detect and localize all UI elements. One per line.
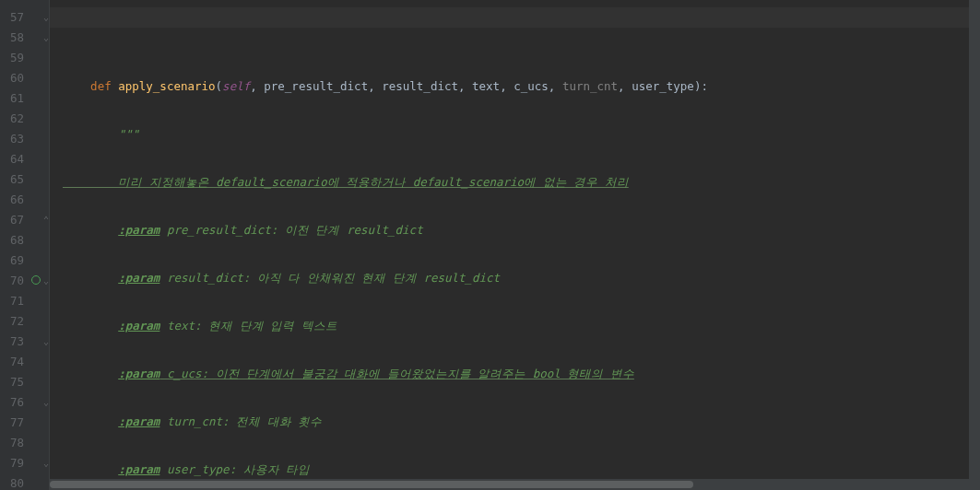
fold-handle[interactable] — [42, 291, 50, 311]
line-number: 63 — [0, 129, 26, 149]
fold-handle[interactable] — [42, 230, 50, 251]
line-number: 80 — [0, 473, 26, 490]
code-line[interactable]: :param user_type: 사용자 타입 — [63, 460, 980, 480]
gutter-marker — [30, 473, 42, 490]
gutter-marker — [30, 129, 42, 149]
fold-handle[interactable] — [42, 372, 50, 392]
gutter-marker — [30, 28, 42, 48]
fold-handle[interactable] — [42, 413, 50, 433]
caret-line — [50, 7, 969, 28]
line-number: 61 — [0, 88, 26, 109]
line-number: 73 — [0, 332, 26, 352]
line-number: 70 — [0, 271, 26, 291]
fold-handle[interactable] — [42, 169, 50, 190]
fold-handle[interactable] — [42, 473, 50, 490]
code-line[interactable]: :param turn_cnt: 전체 대화 횟수 — [63, 412, 980, 432]
line-number: 60 — [0, 68, 26, 88]
fold-handle[interactable] — [42, 433, 50, 453]
fold-handle[interactable]: ⌄ — [42, 271, 50, 291]
gutter-marker — [30, 210, 42, 230]
line-number: 77 — [0, 413, 26, 433]
fold-handle[interactable]: ⌄ — [42, 28, 50, 48]
fold-handle[interactable] — [42, 88, 50, 109]
line-number: 74 — [0, 352, 26, 372]
gutter-marker — [30, 413, 42, 433]
line-number: 58 — [0, 28, 26, 48]
fold-handle[interactable] — [42, 109, 50, 129]
line-number: 78 — [0, 433, 26, 453]
line-number: 76 — [0, 392, 26, 413]
gutter-marker — [30, 190, 42, 210]
gutter-marker — [30, 251, 42, 271]
fold-handle[interactable] — [42, 149, 50, 169]
line-numbers: 5758596061626364656667686970717273747576… — [0, 7, 26, 490]
gutter: 5758596061626364656667686970717273747576… — [0, 0, 50, 490]
line-number: 67 — [0, 210, 26, 230]
code-line[interactable]: :param pre_result_dict: 이전 단계 result_dic… — [63, 220, 980, 240]
line-number: 69 — [0, 251, 26, 271]
gutter-marker — [30, 453, 42, 473]
fold-handle[interactable] — [42, 190, 50, 210]
code-line[interactable]: 미리 지정해놓은 default_scenario에 적용하거나 default… — [63, 172, 980, 192]
fold-handle[interactable] — [42, 352, 50, 372]
gutter-marker — [30, 149, 42, 169]
gutter-marker — [30, 169, 42, 190]
error-stripe[interactable] — [969, 0, 980, 490]
code-line[interactable]: :param c_ucs: 이전 단계에서 불궁감 대화에 들어왔었는지를 알려… — [63, 364, 980, 384]
code-line[interactable]: :param result_dict: 아직 다 안채워진 현재 단계 resu… — [63, 268, 980, 288]
gutter-marker — [30, 48, 42, 68]
run-marker-icon[interactable] — [31, 275, 41, 285]
horizontal-scrollbar[interactable] — [50, 479, 969, 490]
code-area[interactable]: def apply_scenario(self, pre_result_dict… — [50, 0, 980, 490]
gutter-marker — [30, 352, 42, 372]
gutter-marker — [30, 291, 42, 311]
line-number: 57 — [0, 7, 26, 28]
gutter-marker — [30, 311, 42, 332]
scrollbar-thumb[interactable] — [50, 481, 693, 488]
code-line[interactable]: :param text: 현재 단계 입력 텍스트 — [63, 316, 980, 336]
line-number: 66 — [0, 190, 26, 210]
line-number: 71 — [0, 291, 26, 311]
fold-handle[interactable]: ⌃ — [42, 210, 50, 230]
fold-handle[interactable] — [42, 311, 50, 332]
line-number: 59 — [0, 48, 26, 68]
code-line[interactable]: def apply_scenario(self, pre_result_dict… — [63, 76, 980, 97]
line-number: 79 — [0, 453, 26, 473]
code-editor[interactable]: 5758596061626364656667686970717273747576… — [0, 0, 980, 490]
fold-handle[interactable]: ⌄ — [42, 392, 50, 413]
gutter-marker — [30, 7, 42, 28]
gutter-marker — [30, 392, 42, 413]
marker-column — [30, 7, 42, 490]
gutter-marker — [30, 230, 42, 251]
gutter-marker — [30, 433, 42, 453]
gutter-marker — [30, 271, 42, 291]
line-number: 72 — [0, 311, 26, 332]
line-number: 65 — [0, 169, 26, 190]
fold-handle[interactable] — [42, 68, 50, 88]
line-number: 75 — [0, 372, 26, 392]
line-number: 68 — [0, 230, 26, 251]
fold-handle[interactable]: ⌄ — [42, 453, 50, 473]
code-line[interactable]: """ — [63, 124, 980, 145]
gutter-marker — [30, 88, 42, 109]
gutter-marker — [30, 332, 42, 352]
gutter-marker — [30, 109, 42, 129]
line-number: 64 — [0, 149, 26, 169]
gutter-marker — [30, 372, 42, 392]
line-number: 62 — [0, 109, 26, 129]
fold-column: ⌄⌄⌃⌄⌄⌄⌄ — [42, 7, 50, 490]
fold-handle[interactable] — [42, 48, 50, 68]
fold-handle[interactable] — [42, 129, 50, 149]
fold-handle[interactable] — [42, 251, 50, 271]
fold-handle[interactable]: ⌄ — [42, 7, 50, 28]
fold-handle[interactable]: ⌄ — [42, 332, 50, 352]
gutter-marker — [30, 68, 42, 88]
